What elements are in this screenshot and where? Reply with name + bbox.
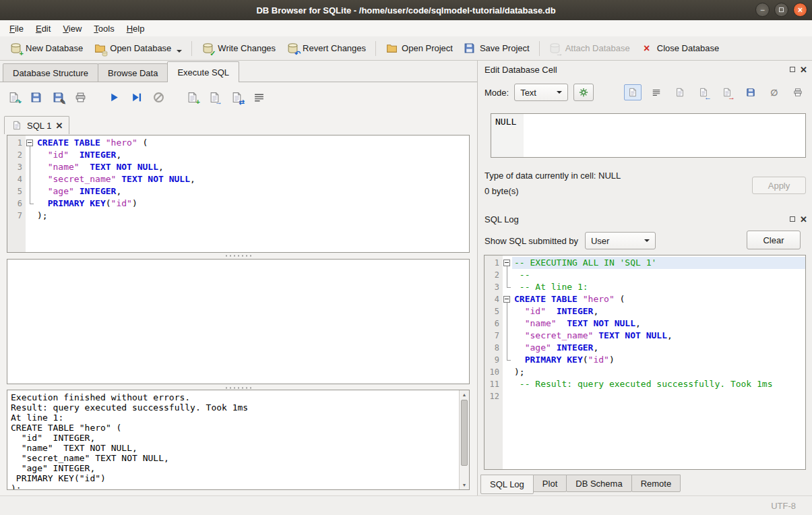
replace-icon: ⇄ [230,91,243,103]
submitter-select[interactable]: User [585,232,656,249]
import-from-file-button[interactable]: ← [695,84,712,100]
export-to-file-button[interactable]: → [718,84,736,100]
tab-label: Remote [641,479,672,489]
vertical-scrollbar[interactable]: ▲ ▼ [459,390,469,489]
menu-tools[interactable]: Tools [88,20,120,36]
close-database-button[interactable]: × Close Database [635,40,725,57]
save-sql-as-button[interactable]: ✎ [50,89,66,105]
execute-all-button[interactable] [106,89,122,105]
sql-log-viewer[interactable]: 1-- EXECUTING ALL IN 'SQL 1'2 --3 -- At … [484,255,806,470]
float-dock-icon[interactable] [790,67,795,72]
auto-format-button[interactable] [251,89,267,105]
new-query-tab-button[interactable]: + [184,89,200,105]
find-button[interactable]: → [206,89,222,105]
scrollbar-thumb[interactable] [461,400,468,466]
code-line: 6 PRIMARY KEY("id") [7,198,469,210]
app-window: DB Browser for SQLite - /home/user/code/… [0,0,812,515]
open-sql-file-button[interactable]: ↷ [5,89,22,105]
clear-button-label: Clear [763,235,784,245]
text-document-icon [627,86,639,98]
set-null-button[interactable]: ∅ [766,84,783,100]
encoding-indicator: UTF-8 [771,501,796,511]
open-project-button[interactable]: Open Project [380,40,458,57]
save-cell-button[interactable] [742,84,759,100]
code-line: 9 PRIMARY KEY("id") [485,354,805,366]
find-icon: → [208,91,220,103]
cell-editor-toolbar: Mode: Text ← → ∅ [485,82,807,102]
save-project-button[interactable]: Save Project [458,40,535,57]
format-icon [253,91,265,103]
menu-file[interactable]: File [3,20,30,36]
code-line: 10); [485,366,805,378]
results-pane[interactable] [7,259,470,384]
close-dock-icon[interactable]: ✕ [800,65,807,74]
execute-current-line-button[interactable] [128,89,144,105]
scroll-down-arrow[interactable]: ▼ [460,481,469,489]
splitter-handle[interactable] [224,254,253,258]
tab-db-schema[interactable]: DB Schema [566,475,631,492]
execute-all-icon [108,91,120,103]
menu-view[interactable]: View [57,20,88,36]
save-sql-file-button[interactable] [28,89,44,105]
close-dock-icon[interactable]: ✕ [800,215,807,224]
new-database-icon: + [9,42,22,55]
copy-cell-button[interactable] [671,84,689,100]
clear-log-button[interactable]: Clear [747,231,801,249]
execution-status-text: Execution finished without errors.Result… [11,392,458,489]
sql-toolbar: ↷ ✎ + → ⇄ [5,87,267,107]
print-cell-button[interactable] [789,84,807,100]
execution-status-log[interactable]: Execution finished without errors.Result… [7,390,470,490]
write-changes-label: Write Changes [218,43,276,53]
code-line: 6 "name" TEXT NOT NULL, [485,317,805,330]
print-sql-button[interactable] [72,89,88,105]
maximize-icon [779,7,784,12]
code-line: 2 -- [485,269,805,281]
new-database-button[interactable]: + New Database [4,40,88,57]
text-mode-button[interactable] [624,84,642,100]
sql1-tab[interactable]: SQL 1 ✕ [4,116,69,134]
tab-label: DB Schema [575,479,622,489]
sql1-tab-close-icon[interactable]: ✕ [55,121,63,130]
mode-select[interactable]: Text [514,84,568,101]
menu-file-label: File [9,24,24,34]
close-database-icon: × [641,42,653,55]
submitter-value: User [591,236,639,246]
tab-database-structure[interactable]: Database Structure [3,63,98,82]
chevron-down-icon [557,91,562,94]
revert-changes-label: Revert Changes [303,43,366,53]
menubar: File Edit View Tools Help [0,20,812,36]
import-file-icon: ← [697,86,710,98]
apply-button-label: Apply [768,181,790,191]
word-wrap-button[interactable] [648,84,665,100]
revert-changes-button[interactable]: ↶ Revert Changes [281,40,371,57]
float-dock-icon[interactable] [790,216,795,222]
find-replace-button[interactable]: ⇄ [228,89,245,105]
open-database-dropdown-icon[interactable] [177,50,182,53]
tab-browse-data[interactable]: Browse Data [98,63,168,82]
maximize-button[interactable] [774,3,788,17]
code-line: 2 "id" INTEGER, [7,149,469,161]
minimize-button[interactable]: − [755,3,770,17]
tab-label: Plot [542,479,557,489]
tab-plot[interactable]: Plot [533,475,567,492]
execute-current-line-icon [130,91,142,103]
open-database-button[interactable]: Open Database [88,40,187,57]
tab-execute-sql[interactable]: Execute SQL [167,61,239,82]
scroll-up-arrow[interactable]: ▲ [460,390,469,399]
titlebar[interactable]: DB Browser for SQLite - /home/user/code/… [0,0,812,20]
attach-database-label: Attach Database [565,43,630,53]
open-project-icon [385,42,398,55]
auto-switch-mode-button[interactable] [573,84,594,101]
tab-remote[interactable]: Remote [631,475,681,492]
cell-value-editor[interactable]: NULL [491,113,806,158]
menu-edit[interactable]: Edit [30,20,57,36]
toolbar-separator [375,41,376,56]
menu-help[interactable]: Help [121,20,151,36]
sql-editor[interactable]: 1CREATE TABLE "hero" (2 "id" INTEGER,3 "… [7,135,470,253]
open-sql-file-icon: ↷ [7,91,20,103]
chevron-down-icon [644,239,650,242]
window-controls: − × [755,3,807,17]
tab-sql-log[interactable]: SQL Log [480,475,534,494]
write-changes-button[interactable]: ✓ Write Changes [196,40,281,57]
close-button[interactable]: × [793,3,807,17]
